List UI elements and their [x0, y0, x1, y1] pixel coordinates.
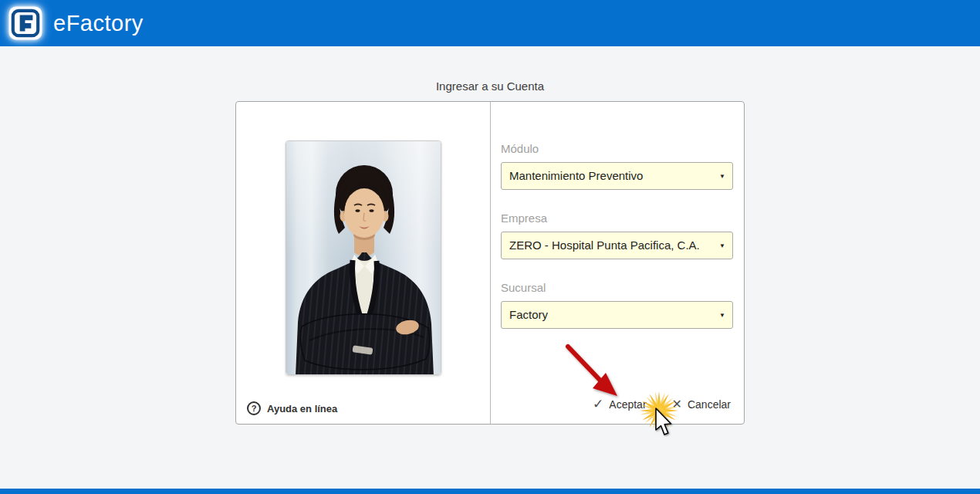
modulo-label: Módulo	[501, 142, 733, 155]
user-photo	[286, 140, 441, 375]
empresa-select[interactable]: ZERO - Hospital Punta Pacifica, C.A. ▼	[501, 232, 733, 259]
empresa-label: Empresa	[501, 211, 733, 225]
photo-panel: ? Ayuda en línea	[236, 102, 491, 424]
modulo-select[interactable]: Mantenimiento Preventivo ▼	[501, 162, 733, 190]
dropdown-caret-icon: ▼	[719, 302, 725, 330]
login-card: ? Ayuda en línea Módulo Mantenimiento Pr…	[235, 101, 745, 425]
brand-title: eFactory	[53, 11, 144, 36]
cancel-button-label: Cancelar	[688, 398, 731, 411]
page-title: Ingresar a su Cuenta	[0, 80, 980, 93]
bottom-bar	[0, 489, 980, 494]
form-panel: Módulo Mantenimiento Preventivo ▼ Empres…	[491, 102, 744, 424]
check-icon: ✓	[593, 396, 603, 412]
dropdown-caret-icon: ▼	[719, 232, 725, 260]
dropdown-caret-icon: ▼	[719, 163, 725, 191]
dialog-buttons: ✓ Aceptar ✕ Cancelar	[593, 396, 731, 412]
help-link-label: Ayuda en línea	[267, 403, 337, 414]
x-icon: ✕	[672, 397, 682, 411]
accept-button-label: Aceptar	[609, 398, 646, 411]
efactory-logo-icon	[8, 5, 43, 41]
empresa-value: ZERO - Hospital Punta Pacifica, C.A.	[509, 239, 700, 252]
help-icon: ?	[247, 401, 261, 415]
modulo-value: Mantenimiento Preventivo	[509, 169, 643, 182]
app-header: eFactory	[0, 0, 980, 46]
help-link[interactable]: ? Ayuda en línea	[247, 401, 337, 415]
sucursal-select[interactable]: Factory ▼	[501, 301, 733, 329]
accept-button[interactable]: ✓ Aceptar	[593, 396, 647, 412]
cancel-button[interactable]: ✕ Cancelar	[672, 397, 731, 411]
sucursal-value: Factory	[509, 308, 548, 321]
sucursal-label: Sucursal	[501, 281, 733, 294]
